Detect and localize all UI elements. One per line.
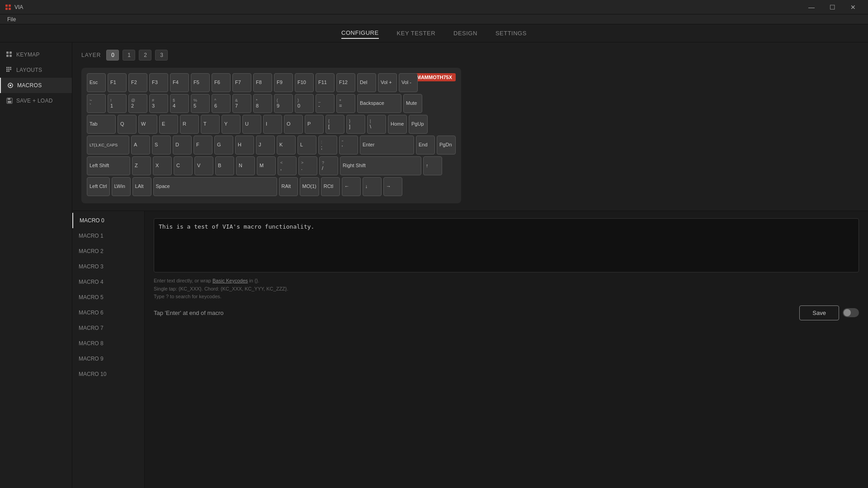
macro-list-item-2[interactable]: MACRO 2 (72, 244, 144, 259)
macro-list-item-4[interactable]: MACRO 4 (72, 274, 144, 290)
key-u[interactable]: U (242, 115, 261, 134)
tab-design[interactable]: DESIGN (453, 28, 477, 38)
key-backspace[interactable]: Backspace (357, 94, 401, 113)
key-up[interactable]: ↑ (423, 156, 442, 175)
macro-list-item-7[interactable]: MACRO 7 (72, 320, 144, 336)
tab-settings[interactable]: SETTINGS (495, 28, 527, 38)
key-left-shift[interactable]: Left Shift (87, 156, 130, 175)
key-3[interactable]: #3 (149, 94, 168, 113)
sidebar-item-macros[interactable]: MACROS (0, 78, 72, 93)
key-c[interactable]: C (174, 156, 193, 175)
key-vol-down[interactable]: Vol - (399, 73, 418, 92)
hint-link[interactable]: Basic Keycodes (212, 278, 248, 283)
key-f4[interactable]: F4 (170, 73, 189, 92)
macro-list-item-10[interactable]: MACRO 10 (72, 366, 144, 382)
layer-btn-0[interactable]: 0 (106, 50, 119, 61)
key-j[interactable]: J (256, 136, 275, 155)
key-period[interactable]: >. (298, 156, 317, 175)
key-x[interactable]: X (153, 156, 172, 175)
key-m[interactable]: M (257, 156, 276, 175)
key-f10[interactable]: F10 (295, 73, 314, 92)
tab-configure[interactable]: CONFIGURE (341, 28, 379, 39)
macro-textarea[interactable]: This is a test of VIA's macro functional… (154, 218, 859, 272)
key-k[interactable]: K (277, 136, 296, 155)
key-f3[interactable]: F3 (149, 73, 168, 92)
save-button[interactable]: Save (799, 305, 839, 320)
key-f5[interactable]: F5 (191, 73, 210, 92)
macro-list-item-3[interactable]: MACRO 3 (72, 259, 144, 274)
key-esc[interactable]: Esc (87, 73, 106, 92)
key-9[interactable]: (9 (274, 94, 293, 113)
key-b[interactable]: B (215, 156, 234, 175)
key-2[interactable]: @2 (128, 94, 147, 113)
toggle-switch[interactable] (843, 308, 859, 317)
key-f1[interactable]: F1 (108, 73, 127, 92)
key-a[interactable]: A (131, 136, 150, 155)
key-rctl[interactable]: RCtl (321, 177, 340, 196)
key-f2[interactable]: F2 (128, 73, 147, 92)
key-mo1[interactable]: MO(1) (300, 177, 319, 196)
minimize-button[interactable]: — (801, 0, 822, 14)
key-right[interactable]: → (383, 177, 402, 196)
key-space[interactable]: Space (153, 177, 277, 196)
key-semicolon[interactable]: :; (318, 136, 337, 155)
key-h[interactable]: H (235, 136, 254, 155)
key-r[interactable]: R (180, 115, 199, 134)
key-left[interactable]: ← (342, 177, 361, 196)
tab-key-tester[interactable]: KEY TESTER (397, 28, 435, 38)
key-l[interactable]: L (297, 136, 316, 155)
sidebar-item-layouts[interactable]: LAYOUTS (0, 62, 72, 78)
sidebar-item-save-load[interactable]: SAVE + LOAD (0, 93, 72, 108)
key-7[interactable]: &7 (232, 94, 251, 113)
key-pgup[interactable]: PgUp (409, 115, 428, 134)
macro-list-item-5[interactable]: MACRO 5 (72, 290, 144, 305)
key-slash[interactable]: ?/ (319, 156, 338, 175)
key-caps[interactable]: LT(1,KC_CAPS (87, 136, 129, 155)
key-enter[interactable]: Enter (360, 136, 414, 155)
key-equals[interactable]: += (336, 94, 355, 113)
macro-list-item-0[interactable]: MACRO 0 (72, 213, 144, 228)
key-n[interactable]: N (236, 156, 255, 175)
key-lalt[interactable]: LAlt (132, 177, 151, 196)
key-del[interactable]: Del (357, 73, 376, 92)
key-o[interactable]: O (284, 115, 303, 134)
key-y[interactable]: Y (222, 115, 241, 134)
key-g[interactable]: G (214, 136, 233, 155)
toggle-track[interactable] (843, 308, 859, 317)
key-end[interactable]: End (416, 136, 435, 155)
key-t[interactable]: T (201, 115, 220, 134)
key-backslash[interactable]: |\ (367, 115, 386, 134)
key-pgdn[interactable]: PgDn (437, 136, 456, 155)
key-q[interactable]: Q (118, 115, 137, 134)
key-quote[interactable]: "' (339, 136, 358, 155)
key-home[interactable]: Home (388, 115, 407, 134)
key-f7[interactable]: F7 (232, 73, 251, 92)
key-minus[interactable]: _- (316, 94, 335, 113)
key-comma[interactable]: <, (278, 156, 297, 175)
key-f[interactable]: F (193, 136, 212, 155)
layer-btn-1[interactable]: 1 (123, 50, 135, 61)
maximize-button[interactable]: ☐ (822, 0, 843, 14)
sidebar-item-keymap[interactable]: KEYMAP (0, 47, 72, 62)
key-mute[interactable]: Mute (403, 94, 422, 113)
macro-list-item-9[interactable]: MACRO 9 (72, 351, 144, 366)
key-f11[interactable]: F11 (316, 73, 335, 92)
key-d[interactable]: D (173, 136, 192, 155)
key-rbracket[interactable]: }] (346, 115, 365, 134)
layer-btn-2[interactable]: 2 (139, 50, 151, 61)
key-4[interactable]: $4 (170, 94, 189, 113)
key-lbracket[interactable]: {[ (326, 115, 344, 134)
layer-btn-3[interactable]: 3 (155, 50, 168, 61)
key-5[interactable]: %5 (191, 94, 210, 113)
macro-list-item-1[interactable]: MACRO 1 (72, 228, 144, 244)
key-0[interactable]: )0 (295, 94, 314, 113)
key-f12[interactable]: F12 (336, 73, 355, 92)
key-down[interactable]: ↓ (363, 177, 382, 196)
key-left-ctrl[interactable]: Left Ctrl (87, 177, 110, 196)
key-v[interactable]: V (194, 156, 213, 175)
key-f8[interactable]: F8 (253, 73, 272, 92)
key-1[interactable]: !1 (108, 94, 127, 113)
key-w[interactable]: W (138, 115, 157, 134)
key-f9[interactable]: F9 (274, 73, 293, 92)
key-s[interactable]: S (152, 136, 171, 155)
